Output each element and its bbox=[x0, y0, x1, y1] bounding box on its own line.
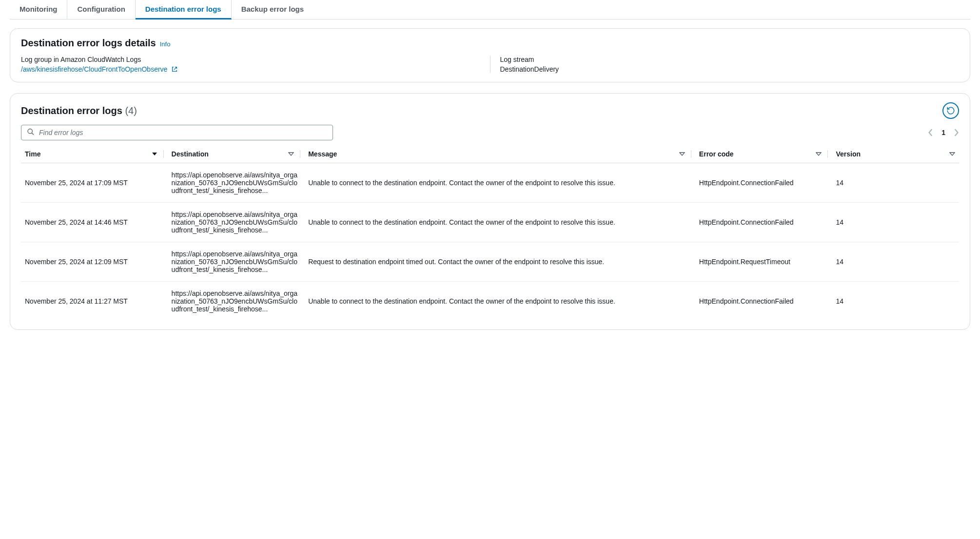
search-input[interactable] bbox=[21, 125, 333, 140]
sort-desc-icon bbox=[152, 152, 157, 156]
log-stream-value: DestinationDelivery bbox=[500, 65, 960, 73]
error-logs-table: Time Destination bbox=[21, 145, 959, 321]
col-header-destination[interactable]: Destination bbox=[168, 145, 305, 163]
cell-time: November 25, 2024 at 12:09 MST bbox=[21, 242, 168, 282]
cell-version: 14 bbox=[832, 203, 959, 242]
cell-destination: https://api.openobserve.ai/aws/nitya_org… bbox=[168, 282, 305, 321]
logs-panel: Destination error logs (4) 1 bbox=[10, 93, 970, 330]
external-link-icon bbox=[171, 66, 178, 73]
cell-error-code: HttpEndpoint.ConnectionFailed bbox=[695, 282, 832, 321]
cell-version: 14 bbox=[832, 282, 959, 321]
col-header-version[interactable]: Version bbox=[832, 145, 959, 163]
cell-version: 14 bbox=[832, 242, 959, 282]
col-header-error-code[interactable]: Error code bbox=[695, 145, 832, 163]
table-row[interactable]: November 25, 2024 at 17:09 MST https://a… bbox=[21, 163, 959, 203]
svg-line-1 bbox=[32, 133, 34, 135]
cell-message: Unable to connect to the destination end… bbox=[304, 163, 695, 203]
table-row[interactable]: November 25, 2024 at 11:27 MST https://a… bbox=[21, 282, 959, 321]
tab-backup-error-logs[interactable]: Backup error logs bbox=[232, 0, 314, 19]
cell-destination: https://api.openobserve.ai/aws/nitya_org… bbox=[168, 203, 305, 242]
svg-point-0 bbox=[28, 129, 32, 134]
search-wrap bbox=[21, 125, 333, 140]
pagination: 1 bbox=[928, 129, 959, 136]
page-next-button[interactable] bbox=[953, 129, 959, 136]
log-group-link[interactable]: /aws/kinesisfirehose/CloudFrontToOpenObs… bbox=[21, 65, 167, 73]
cell-version: 14 bbox=[832, 163, 959, 203]
log-stream-label: Log stream bbox=[500, 56, 960, 63]
page-prev-button[interactable] bbox=[928, 129, 934, 136]
sort-icon bbox=[816, 152, 822, 156]
table-row[interactable]: November 25, 2024 at 14:46 MST https://a… bbox=[21, 203, 959, 242]
page-number: 1 bbox=[941, 129, 945, 136]
tab-destination-error-logs[interactable]: Destination error logs bbox=[136, 0, 232, 19]
tab-monitoring[interactable]: Monitoring bbox=[10, 0, 67, 19]
cell-time: November 25, 2024 at 11:27 MST bbox=[21, 282, 168, 321]
cell-destination: https://api.openobserve.ai/aws/nitya_org… bbox=[168, 242, 305, 282]
tabs-bar: Monitoring Configuration Destination err… bbox=[10, 0, 970, 19]
search-icon bbox=[27, 128, 35, 137]
cell-destination: https://api.openobserve.ai/aws/nitya_org… bbox=[168, 163, 305, 203]
cell-error-code: HttpEndpoint.RequestTimeout bbox=[695, 242, 832, 282]
sort-icon bbox=[949, 152, 955, 156]
table-row[interactable]: November 25, 2024 at 12:09 MST https://a… bbox=[21, 242, 959, 282]
col-header-message[interactable]: Message bbox=[304, 145, 695, 163]
logs-count: (4) bbox=[125, 105, 137, 116]
cell-message: Unable to connect to the destination end… bbox=[304, 282, 695, 321]
cell-error-code: HttpEndpoint.ConnectionFailed bbox=[695, 163, 832, 203]
info-link[interactable]: Info bbox=[160, 40, 171, 48]
refresh-button[interactable] bbox=[942, 102, 959, 119]
cell-time: November 25, 2024 at 14:46 MST bbox=[21, 203, 168, 242]
details-panel: Destination error logs details Info Log … bbox=[10, 28, 970, 82]
tab-configuration[interactable]: Configuration bbox=[67, 0, 135, 19]
details-panel-title: Destination error logs details bbox=[21, 38, 156, 49]
cell-message: Unable to connect to the destination end… bbox=[304, 203, 695, 242]
cell-message: Request to destination endpoint timed ou… bbox=[304, 242, 695, 282]
log-group-label: Log group in Amazon CloudWatch Logs bbox=[21, 56, 480, 63]
logs-panel-title: Destination error logs (4) bbox=[21, 105, 137, 116]
cell-time: November 25, 2024 at 17:09 MST bbox=[21, 163, 168, 203]
sort-icon bbox=[288, 152, 294, 156]
cell-error-code: HttpEndpoint.ConnectionFailed bbox=[695, 203, 832, 242]
col-header-time[interactable]: Time bbox=[21, 145, 168, 163]
sort-icon bbox=[679, 152, 685, 156]
